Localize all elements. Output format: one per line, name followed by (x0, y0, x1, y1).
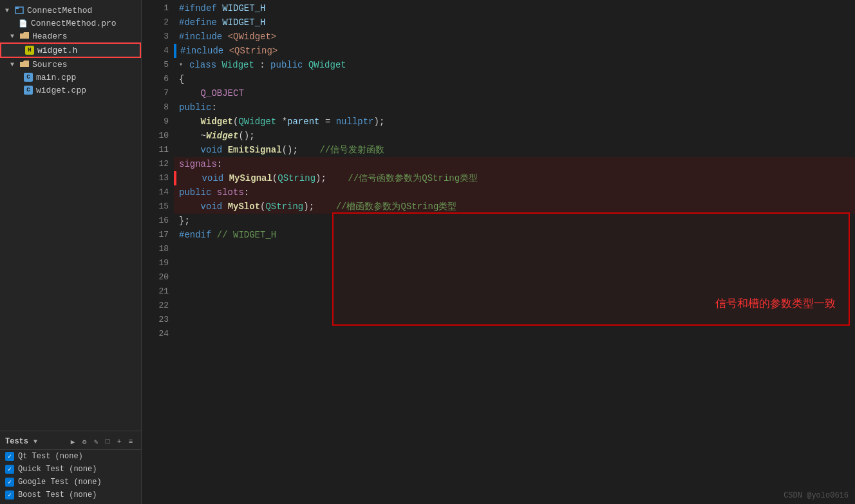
line-num-15: 15 (147, 200, 169, 214)
line-numbers: 1 2 3 4 5 6 7 8 9 10 11 12 13 14 15 16 1… (142, 0, 174, 504)
code-line-21: void MySlot(QString); //槽函数参数为QString类型 (174, 200, 855, 214)
line-num-9: 9 (147, 115, 169, 129)
line-num-24: 24 (147, 327, 169, 341)
line-num-11: 11 (147, 143, 169, 157)
tree-label-main-cpp: main.cpp (36, 73, 76, 82)
test-check-google: ✓ (5, 478, 14, 487)
tests-panel: Tests ▼ ▶ ⚙ ✎ □ + ≡ ✓ Qt Test (none) ✓ Q… (0, 431, 141, 504)
tests-more-btn[interactable]: ≡ (126, 436, 136, 447)
filter-icon[interactable]: ▼ (33, 438, 37, 445)
pro-file-icon: 📄 (18, 18, 28, 28)
line-num-22: 22 (147, 299, 169, 313)
tree-label-widget-cpp: widget.cpp (36, 86, 86, 95)
line-num-2: 2 (147, 15, 169, 30)
csdn-watermark: CSDN @yolo0616 (784, 491, 849, 500)
code-line-23: }; (174, 214, 855, 228)
line-num-21: 21 (147, 285, 169, 299)
code-line-9: Q_OBJECT (174, 86, 855, 100)
code-content: #ifndef WIDGET_H #define WIDGET_H #inclu… (174, 0, 855, 504)
code-line-8: { (174, 72, 855, 86)
tree-item-widget-cpp[interactable]: C widget.cpp (0, 84, 141, 97)
code-line-20: public slots: (174, 185, 855, 200)
tree-item-main-cpp[interactable]: C main.cpp (0, 71, 141, 84)
tests-collapse-btn[interactable]: □ (102, 436, 113, 447)
line-num-1: 1 (147, 1, 169, 15)
gutter-blue-5 (174, 44, 176, 58)
tests-header: Tests ▼ ▶ ⚙ ✎ □ + ≡ (0, 434, 141, 450)
test-item-google[interactable]: ✓ Google Test (none) (0, 476, 141, 489)
code-line-4: #include <QWidget> (174, 30, 855, 44)
test-item-quick[interactable]: ✓ Quick Test (none) (0, 463, 141, 476)
line-num-16: 16 (147, 214, 169, 228)
test-label-quick: Quick Test (none) (18, 465, 97, 474)
line-num-7: 7 (147, 86, 169, 100)
line-num-4: 4 (147, 44, 169, 58)
gutter-red-18 (174, 171, 176, 185)
code-line-18: void MySignal(QString); //信号函数参数为QString… (174, 171, 855, 185)
tests-expand-btn[interactable]: + (114, 436, 124, 447)
line-num-6: 6 (147, 72, 169, 86)
h-file-icon: H (24, 45, 35, 55)
svg-rect-1 (15, 7, 19, 9)
tests-title: Tests (5, 437, 28, 446)
chevron-down-icon-sources: ▼ (10, 61, 18, 68)
code-line-15: void EmitSignal(); //信号发射函数 (174, 143, 855, 157)
gutter-5 (174, 44, 178, 58)
code-line-11: public: (174, 100, 855, 115)
line-num-19: 19 (147, 256, 169, 270)
test-item-qt[interactable]: ✓ Qt Test (none) (0, 450, 141, 463)
line-num-3: 3 (147, 30, 169, 44)
line-num-14: 14 (147, 185, 169, 200)
tree-item-headers[interactable]: ▼ Headers (0, 30, 141, 42)
test-check-qt: ✓ (5, 452, 14, 461)
code-line-17: signals: (174, 157, 855, 171)
tree-item-widget-h[interactable]: H widget.h (0, 42, 141, 58)
code-line-12: Widget(QWidget *parent = nullptr); (174, 115, 855, 129)
line-num-18: 18 (147, 242, 169, 256)
code-line-13: ~Widget(); (174, 129, 855, 143)
code-line-7: ▾ class Widget : public QWidget (174, 58, 855, 72)
tests-toolbar: ▶ ⚙ ✎ □ + ≡ (68, 436, 136, 447)
tree-item-pro[interactable]: 📄 ConnectMethod.pro (0, 17, 141, 30)
left-panel: ▼ ConnectMethod 📄 ConnectMethod.pro ▼ He… (0, 0, 142, 504)
code-line-2: #define WIDGET_H (174, 15, 855, 30)
code-panel: 1 2 3 4 5 6 7 8 9 10 11 12 13 14 15 16 1… (142, 0, 855, 504)
test-label-qt: Qt Test (none) (18, 452, 83, 461)
tree-label-widget-h: widget.h (37, 46, 77, 55)
line-num-12: 12 (147, 157, 169, 171)
gutter-18 (174, 171, 178, 185)
code-editor: 1 2 3 4 5 6 7 8 9 10 11 12 13 14 15 16 1… (142, 0, 855, 504)
test-label-boost: Boost Test (none) (18, 490, 97, 499)
cpp-file-icon-widget: C (23, 85, 33, 95)
cpp-file-icon-main: C (23, 72, 33, 82)
tree-label-pro: ConnectMethod.pro (31, 19, 117, 28)
tree-label-sources: Sources (32, 60, 68, 70)
line-num-8: 8 (147, 100, 169, 115)
chevron-down-icon: ▼ (5, 7, 13, 14)
file-tree: ▼ ConnectMethod 📄 ConnectMethod.pro ▼ He… (0, 0, 141, 431)
tests-run-btn[interactable]: ▶ (68, 436, 78, 447)
test-check-quick: ✓ (5, 465, 14, 474)
line-num-13: 13 (147, 171, 169, 185)
line-num-20: 20 (147, 270, 169, 285)
line-num-5: 5 (147, 58, 169, 72)
test-item-boost[interactable]: ✓ Boost Test (none) (0, 489, 141, 501)
tests-filter-btn[interactable]: ⚙ (79, 436, 89, 447)
line-num-10: 10 (147, 129, 169, 143)
tree-label-headers: Headers (32, 32, 68, 41)
folder-icon-sources (19, 59, 30, 70)
tests-edit-btn[interactable]: ✎ (91, 436, 101, 447)
folder-icon-headers (19, 31, 30, 41)
code-line-5: #include <QString> (174, 44, 855, 58)
tree-item-sources[interactable]: ▼ Sources (0, 58, 141, 71)
line-num-17: 17 (147, 228, 169, 242)
project-icon (14, 5, 24, 15)
test-check-boost: ✓ (5, 490, 14, 499)
chevron-down-icon-headers: ▼ (10, 33, 18, 40)
test-label-google: Google Test (none) (18, 478, 102, 487)
code-line-24: #endif // WIDGET_H (174, 228, 855, 242)
code-line-1: #ifndef WIDGET_H (174, 1, 855, 15)
tree-label-connectmethod: ConnectMethod (27, 6, 92, 15)
arrow-7: ▾ (179, 58, 187, 72)
tree-item-connectmethod[interactable]: ▼ ConnectMethod (0, 4, 141, 17)
